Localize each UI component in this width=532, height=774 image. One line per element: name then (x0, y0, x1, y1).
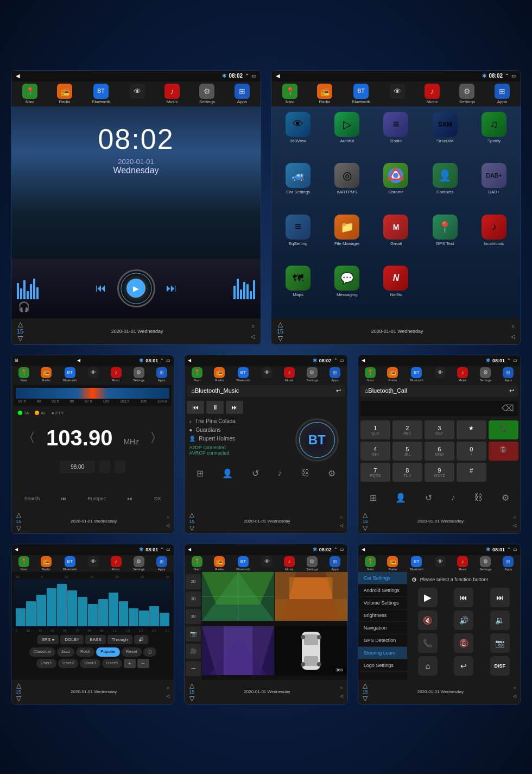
back-btn-2[interactable]: ◁ (511, 333, 515, 339)
dsp-user5[interactable]: User5 (102, 659, 122, 668)
menu-logo-settings[interactable]: Logo Settings (358, 659, 407, 672)
nav-settings-2[interactable]: ⚙ Settings (459, 84, 475, 104)
dsp-jazz[interactable]: Jazz (57, 647, 74, 657)
menu-navigation[interactable]: Navigation (358, 622, 407, 634)
dsp-plus[interactable]: + (124, 659, 136, 668)
back-btn-3[interactable]: ◁ (166, 523, 169, 528)
bt-pause[interactable]: ⏸ (206, 401, 224, 414)
nav-navi-2[interactable]: 📍 Navi (282, 84, 297, 104)
nav-cam-2[interactable]: 👁 (390, 84, 405, 104)
nav-cam-1[interactable]: 👁 (130, 84, 145, 104)
dsp-bass-btn[interactable]: BASS (85, 635, 105, 644)
back-icon[interactable]: ◀ (16, 73, 20, 79)
prev-station-btn[interactable]: ⏮ (61, 496, 66, 501)
dial-0[interactable]: 0+ (457, 442, 486, 461)
func-prev[interactable]: ⏮ (454, 588, 473, 607)
dial-3[interactable]: 3DEF (425, 420, 454, 439)
btcall-settings-icon[interactable]: ⚙ (502, 493, 509, 503)
back-icon-8[interactable]: ◀ (362, 547, 365, 552)
btcall-music-icon[interactable]: ♪ (451, 493, 455, 503)
next-btn[interactable]: ⏭ (166, 282, 177, 294)
app-carsettings[interactable]: 🚙 Car Settings (276, 163, 320, 210)
app-360view[interactable]: 👁 360View (276, 112, 320, 159)
dsp-srs-btn[interactable]: SRS ● (37, 635, 59, 644)
dsp-rock[interactable]: Rock (76, 647, 94, 657)
dial-star[interactable]: ★ (457, 420, 486, 439)
app-messaging[interactable]: 💬 Messaging (325, 266, 369, 313)
nav-bt-2[interactable]: BT Bluetooth (352, 84, 370, 104)
func-end-call[interactable]: 📵 (454, 633, 473, 653)
back-btn-7[interactable]: ◁ (340, 694, 343, 699)
nav-radio-1[interactable]: 📻 Radio (57, 84, 72, 104)
menu-car-settings[interactable]: Car Settings (358, 572, 407, 584)
bt-settings-icon[interactable]: ⚙ (328, 468, 335, 479)
back-icon-3[interactable]: ⊟ (15, 358, 18, 363)
back-btn-1[interactable]: ◁ (251, 333, 255, 339)
dsp-dolby-btn[interactable]: DOLBY (60, 635, 84, 644)
func-mute[interactable]: 🔇 (418, 611, 438, 630)
home-btn-6[interactable]: ○ (167, 685, 169, 690)
search-btn[interactable]: Search (24, 496, 40, 501)
bt-next[interactable]: ⏭ (226, 401, 243, 414)
home-btn-2[interactable]: ○ (511, 323, 515, 329)
app-contacts[interactable]: 👤 Contacts (423, 163, 467, 210)
menu-gps-detection[interactable]: GPS Detection (358, 634, 407, 647)
back-btn-4[interactable]: ◁ (340, 523, 343, 528)
nav-music-2[interactable]: ♪ Music (425, 84, 440, 104)
back-btn-5[interactable]: ◁ (513, 523, 516, 528)
menu-steering-learn[interactable]: Steering Learn (358, 647, 407, 659)
app-filemanager[interactable]: 📁 File Manager (325, 215, 369, 262)
cam-vid-btn[interactable]: 🎥 (186, 644, 201, 659)
back-icon-7[interactable]: ◀ (188, 547, 191, 552)
dsp-minus[interactable]: − (137, 659, 149, 668)
bt-contact-icon[interactable]: 👤 (222, 468, 233, 479)
dsp-classical[interactable]: Classical (29, 647, 55, 657)
bt-music-back[interactable]: ↩ (336, 387, 341, 394)
home-btn-4[interactable]: ○ (340, 515, 343, 520)
func-vol-up[interactable]: 🔊 (454, 611, 473, 630)
func-play[interactable]: ▶ (418, 588, 438, 607)
dsp-through-btn[interactable]: Through (107, 635, 132, 644)
app-autokit[interactable]: ▷ AutoKit (325, 112, 369, 159)
func-next[interactable]: ⏭ (490, 588, 510, 607)
dial-hash[interactable]: # (457, 463, 486, 482)
back-btn-8[interactable]: ◁ (513, 694, 516, 699)
app-radio[interactable]: ≡ Radio (373, 112, 418, 159)
nav-apps-1[interactable]: ⊞ Apps (235, 84, 250, 104)
back-icon-4[interactable]: ◀ (188, 358, 191, 363)
dial-4[interactable]: 4GHI (360, 442, 390, 461)
btcall-contact-icon[interactable]: 👤 (395, 493, 406, 503)
app-localmusic[interactable]: ♪ localmusic (472, 215, 516, 262)
dsp-user3[interactable]: User3 (80, 659, 100, 668)
app-dab[interactable]: DAB+ DAB+ (472, 163, 516, 210)
home-btn-1[interactable]: ○ (251, 323, 255, 329)
btcall-link-icon[interactable]: ⛓ (474, 493, 483, 503)
bt-dialpad-icon[interactable]: ⊞ (197, 468, 204, 479)
dsp-info[interactable]: ⓘ (143, 647, 156, 657)
back-icon-2[interactable]: ◀ (276, 73, 280, 79)
bt-prev[interactable]: ⏮ (187, 401, 204, 414)
dial-5[interactable]: 5JKL (392, 442, 422, 461)
dial-2[interactable]: 2ABC (392, 420, 422, 439)
prev-btn[interactable]: ⏮ (96, 282, 106, 294)
dsp-vol-btn[interactable]: 🔊 (134, 635, 148, 644)
app-gpstest[interactable]: 📍 GPS Test (423, 215, 467, 262)
dial-1[interactable]: 1QLD (360, 420, 390, 439)
home-btn-7[interactable]: ○ (340, 685, 343, 690)
nav-bt-1[interactable]: BT Bluetooth (92, 84, 110, 104)
nav-apps-2[interactable]: ⊞ Apps (495, 84, 510, 104)
play-btn[interactable]: ▶ (126, 279, 145, 298)
freq-down-btn[interactable]: 〈 (22, 429, 35, 446)
app-gmail[interactable]: M Gmail (373, 215, 418, 262)
bt-call-back[interactable]: ↩ (509, 387, 514, 394)
dsp-popular[interactable]: Popular (96, 647, 120, 657)
dsp-user1[interactable]: User1 (36, 659, 56, 668)
app-maps[interactable]: 🗺 Maps (276, 266, 320, 313)
menu-volume-settings[interactable]: Volume Settings (358, 597, 407, 609)
dial-6[interactable]: 6MNO (425, 442, 454, 461)
app-spotify[interactable]: ♫ Spotify (472, 112, 516, 159)
cam-more-btn[interactable]: ••• (186, 661, 201, 676)
app-chrome[interactable]: Chrome (373, 163, 418, 210)
back-icon-5[interactable]: ◀ (362, 358, 365, 363)
dsp-user2[interactable]: User2 (58, 659, 78, 668)
